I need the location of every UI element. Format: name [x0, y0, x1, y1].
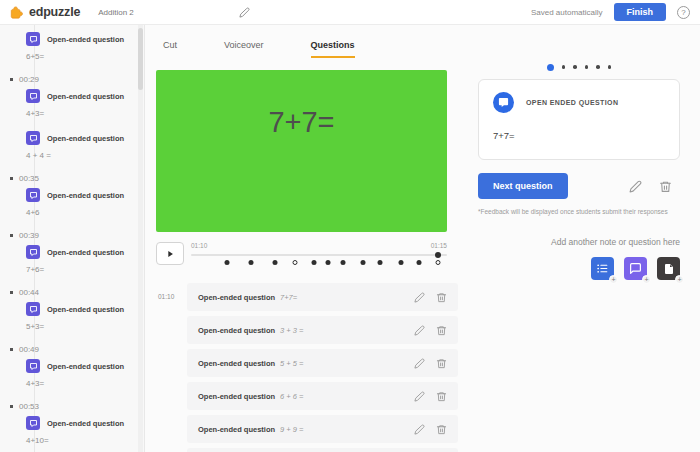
question-row-label: Open-ended question	[198, 359, 280, 368]
pagination-dot[interactable]	[596, 65, 600, 69]
edit-question-detail-button[interactable]	[629, 180, 642, 193]
question-row[interactable]: Open-ended question 6 + 6 =	[187, 382, 458, 410]
delete-question-button[interactable]	[436, 358, 447, 369]
app-header: edpuzzle Addition 2 Saved automatically …	[0, 0, 700, 25]
add-note-button[interactable]: +	[657, 257, 680, 280]
question-marker-dot[interactable]	[341, 260, 346, 265]
sidebar-timestamp-label: 00:53	[19, 402, 39, 411]
plus-badge-icon: +	[675, 275, 684, 284]
project-title: Addition 2	[98, 8, 134, 17]
question-marker-dot[interactable]	[378, 260, 383, 265]
question-marker-dot[interactable]	[273, 260, 278, 265]
question-row-value: 6 + 6 =	[280, 392, 414, 401]
question-row[interactable]: Open-ended question 9 + 9 =	[187, 415, 458, 443]
sidebar-question-item[interactable]: Open-ended question 4+3=	[26, 89, 144, 118]
tab-questions[interactable]: Questions	[311, 40, 355, 58]
main-panel: CutVoiceoverQuestions 7+7= 01:10 01:15	[145, 25, 465, 452]
delete-question-detail-button[interactable]	[659, 180, 672, 193]
sidebar-timestamp: 00:44	[10, 287, 144, 297]
timeline-track[interactable]	[191, 251, 447, 267]
question-marker-dot-selected[interactable]	[436, 260, 441, 265]
delete-question-button[interactable]	[436, 424, 447, 435]
trash-icon	[436, 391, 447, 402]
edpuzzle-app: edpuzzle Addition 2 Saved automatically …	[0, 0, 700, 452]
sidebar-question-item[interactable]: Open-ended question 5+3=	[26, 302, 144, 331]
question-row-label: Open-ended question	[198, 326, 280, 335]
sidebar-question-item[interactable]: Open-ended question 6+5=	[26, 32, 144, 61]
question-card: OPEN ENDED QUESTION 7+7=	[478, 79, 680, 160]
playhead-dot[interactable]	[435, 252, 441, 258]
tab-cut[interactable]: Cut	[163, 40, 177, 58]
sidebar-question-item[interactable]: Open-ended question 4+10=	[26, 416, 144, 445]
questions-list: 01:10 Open-ended question 7+7= Open-ende…	[158, 283, 458, 452]
edit-title-button[interactable]	[239, 7, 250, 18]
edit-question-button[interactable]	[414, 391, 425, 402]
video-timeline[interactable]: 01:10 01:15	[191, 242, 447, 267]
delete-question-button[interactable]	[436, 325, 447, 336]
question-marker-dot[interactable]	[416, 260, 421, 265]
play-icon	[165, 249, 175, 259]
help-icon[interactable]: ?	[677, 6, 690, 19]
pagination-dot[interactable]	[573, 65, 577, 69]
add-multiple-choice-question-button[interactable]: +	[591, 257, 614, 280]
timestamp-marker-icon	[10, 348, 13, 351]
add-open-ended-question-button[interactable]: +	[624, 257, 647, 280]
sidebar-question-item[interactable]: Open-ended question 4 + 4 =	[26, 131, 144, 160]
delete-question-button[interactable]	[436, 292, 447, 303]
edit-question-button[interactable]	[414, 424, 425, 435]
edit-question-button[interactable]	[414, 358, 425, 369]
question-marker-dot[interactable]	[360, 260, 365, 265]
pagination-dot[interactable]	[608, 65, 612, 69]
sidebar-question-value: 5+3=	[26, 322, 144, 331]
sidebar-timestamp: 00:39	[10, 230, 144, 240]
speech-bubble-icon	[629, 262, 642, 275]
trash-icon	[436, 292, 447, 303]
question-row[interactable]: Open-ended question 7+7=	[187, 283, 458, 311]
question-marker-dot[interactable]	[224, 260, 229, 265]
timestamp-marker-icon	[10, 234, 13, 237]
finish-button[interactable]: Finish	[614, 3, 667, 21]
pagination-dot-active[interactable]	[547, 64, 554, 71]
edpuzzle-logo[interactable]: edpuzzle	[10, 5, 80, 20]
question-marker-dot[interactable]	[325, 260, 330, 265]
question-row-wrap: Open-ended question 10 +10 =	[158, 448, 458, 452]
question-row-time	[158, 382, 187, 410]
sidebar-question-label: Open-ended question	[47, 92, 124, 101]
question-row[interactable]: Open-ended question 3 + 3 =	[187, 316, 458, 344]
sidebar-timestamp-label: 00:39	[19, 231, 39, 240]
tab-voiceover[interactable]: Voiceover	[224, 40, 264, 58]
sidebar-question-item[interactable]: Open-ended question 7+6=	[26, 245, 144, 274]
pagination-dot[interactable]	[585, 65, 589, 69]
question-row-value: 3 + 3 =	[280, 326, 414, 335]
timestamp-marker-icon	[10, 177, 13, 180]
sidebar-question-item[interactable]: Open-ended question 4+3=	[26, 359, 144, 388]
pagination-dot[interactable]	[562, 65, 566, 69]
question-row[interactable]: Open-ended question 5 + 5 =	[187, 349, 458, 377]
sidebar-question-item[interactable]: Open-ended question 4+6	[26, 188, 144, 217]
video-preview[interactable]: 7+7=	[156, 70, 447, 232]
delete-question-button[interactable]	[436, 391, 447, 402]
sidebar-question-label: Open-ended question	[47, 191, 124, 200]
play-button[interactable]	[156, 242, 184, 265]
pencil-icon	[414, 391, 425, 402]
question-marker-dot[interactable]	[398, 260, 403, 265]
question-row-time	[158, 316, 187, 344]
question-row-value: 9 + 9 =	[280, 425, 414, 434]
edit-question-button[interactable]	[414, 292, 425, 303]
list-icon	[596, 262, 609, 275]
sidebar-timestamp-label: 00:44	[19, 288, 39, 297]
edit-question-button[interactable]	[414, 325, 425, 336]
question-row-label: Open-ended question	[198, 392, 280, 401]
question-marker-dot[interactable]	[249, 260, 254, 265]
sidebar-scrollbar-thumb[interactable]	[138, 28, 143, 90]
sidebar-timestamp: 00:53	[10, 401, 144, 411]
question-marker-dot[interactable]	[311, 260, 316, 265]
question-row[interactable]: Open-ended question 10 +10 =	[187, 448, 458, 452]
timestamp-marker-icon	[10, 291, 13, 294]
open-ended-question-icon	[26, 302, 40, 316]
next-question-button[interactable]: Next question	[478, 173, 568, 199]
question-marker-dot[interactable]	[292, 260, 297, 265]
player-controls: 01:10 01:15	[156, 242, 447, 267]
question-row-value: 7+7=	[280, 293, 414, 302]
tab-bar: CutVoiceoverQuestions	[145, 25, 465, 58]
